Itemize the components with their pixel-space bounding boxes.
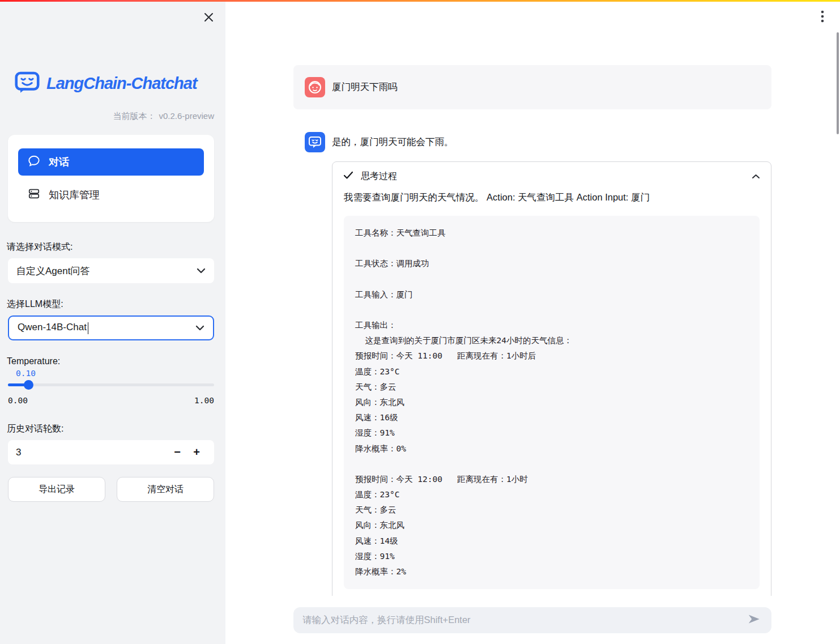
thinking-summary-text: 我需要查询厦门明天的天气情况。 Action: 天气查询工具 Action In… xyxy=(332,190,771,216)
close-icon xyxy=(203,12,214,25)
send-icon xyxy=(747,612,761,629)
main-menu-button[interactable] xyxy=(815,10,830,25)
status-decoration-bar xyxy=(0,0,840,2)
history-rounds-label: 历史对话轮数: xyxy=(7,423,63,435)
sidebar-item-dialogue[interactable]: 对话 xyxy=(18,148,204,176)
chevron-up-icon xyxy=(752,174,760,179)
chat-smiley-logo-icon xyxy=(15,71,40,96)
check-icon xyxy=(343,171,353,182)
assistant-message-text: 是的，厦门明天可能会下雨。 xyxy=(332,136,454,148)
assistant-avatar xyxy=(305,132,325,152)
knowledge-base-icon xyxy=(28,187,40,203)
main-area: 厦门明天下雨吗 是的，厦门明天可能会下雨。 xyxy=(225,0,840,644)
version-text: 当前版本：v0.2.6-preview xyxy=(113,111,214,122)
nav-card: 对话 知识库管理 xyxy=(8,135,214,222)
assistant-message-row: 是的，厦门明天可能会下雨。 xyxy=(293,132,771,152)
temperature-value: 0.10 xyxy=(16,369,36,378)
dialog-mode-value: 自定义Agent问答 xyxy=(16,265,89,278)
sidebar-item-label: 知识库管理 xyxy=(49,188,100,202)
sidebar-item-knowledge-base[interactable]: 知识库管理 xyxy=(18,183,204,207)
kebab-menu-icon xyxy=(821,10,824,25)
llm-model-label: 选择LLM模型: xyxy=(7,298,63,310)
user-message-text: 厦门明天下雨吗 xyxy=(332,81,398,93)
chevron-down-icon xyxy=(195,322,204,334)
export-records-button[interactable]: 导出记录 xyxy=(8,477,105,502)
app-window: LangChain-Chatchat 当前版本：v0.2.6-preview 对… xyxy=(0,0,840,644)
dialog-mode-label: 请选择对话模式: xyxy=(7,241,73,253)
chat-bubble-icon xyxy=(28,155,40,170)
chevron-down-icon xyxy=(197,265,206,276)
expander-header[interactable]: 思考过程 xyxy=(332,162,771,190)
history-rounds-value[interactable]: 3 xyxy=(16,447,168,458)
sidebar-close-button[interactable] xyxy=(201,10,216,26)
text-cursor xyxy=(88,322,88,334)
app-logo: LangChain-Chatchat xyxy=(15,71,197,96)
sidebar-item-label: 对话 xyxy=(49,155,69,169)
clear-dialogue-button[interactable]: 清空对话 xyxy=(117,477,214,502)
send-button[interactable] xyxy=(745,612,762,629)
chat-input-area: 请输入对话内容，换行请使用Shift+Enter xyxy=(225,596,840,644)
user-avatar xyxy=(305,77,325,97)
expander-title: 思考过程 xyxy=(361,170,397,182)
tool-output-code-block: 工具名称：天气查询工具 工具状态：调用成功 工具输入：厦门 工具输出： 这是查询… xyxy=(344,216,760,589)
llm-model-value: Qwen-14B-Chat xyxy=(18,322,88,334)
increment-button[interactable]: + xyxy=(187,440,206,464)
user-message-row: 厦门明天下雨吗 xyxy=(293,65,771,109)
temperature-label: Temperature: xyxy=(7,356,60,366)
llm-model-select[interactable]: Qwen-14B-Chat xyxy=(8,315,214,340)
slider-max-label: 1.00 xyxy=(194,396,214,405)
dialog-mode-select[interactable]: 自定义Agent问答 xyxy=(8,258,214,283)
sidebar: LangChain-Chatchat 当前版本：v0.2.6-preview 对… xyxy=(0,0,225,644)
chat-input-placeholder: 请输入对话内容，换行请使用Shift+Enter xyxy=(302,614,745,626)
slider-thumb[interactable] xyxy=(24,380,33,390)
chat-input[interactable]: 请输入对话内容，换行请使用Shift+Enter xyxy=(293,607,771,633)
slider-min-label: 0.00 xyxy=(8,396,28,405)
thinking-process-expander: 思考过程 我需要查询厦门明天的天气情况。 Action: 天气查询工具 Acti… xyxy=(332,161,771,598)
history-rounds-stepper: 3 − + xyxy=(8,440,214,464)
vertical-scrollbar-thumb[interactable] xyxy=(837,32,839,134)
temperature-slider[interactable] xyxy=(8,383,214,386)
chat-message-list: 厦门明天下雨吗 是的，厦门明天可能会下雨。 xyxy=(293,0,771,598)
app-title: LangChain-Chatchat xyxy=(46,74,197,93)
decrement-button[interactable]: − xyxy=(168,440,187,464)
